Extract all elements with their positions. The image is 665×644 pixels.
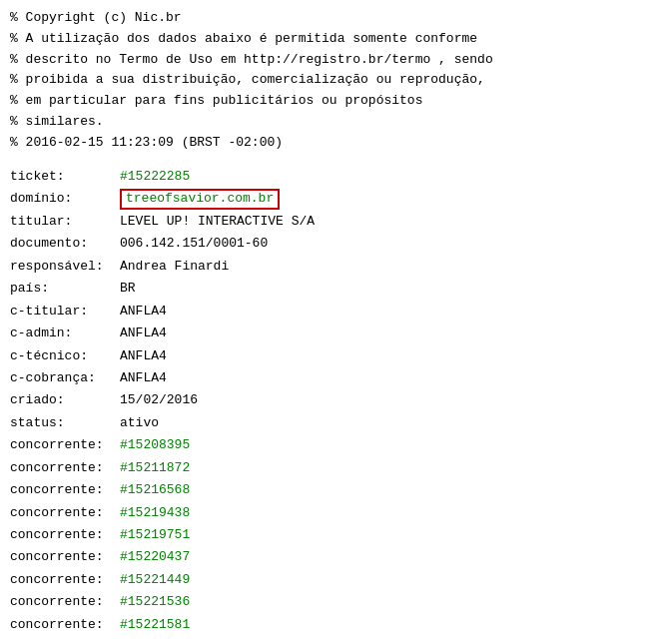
ctecnico-value: ANFLA4 xyxy=(120,345,167,366)
concorrente-label: concorrente: xyxy=(10,434,120,455)
concorrente-row: concorrente:#15221581 xyxy=(10,614,655,635)
ctitular-row: c-titular: ANFLA4 xyxy=(10,301,655,322)
concorrente-value: #15221536 xyxy=(120,591,190,612)
responsavel-row: responsável: Andrea Finardi xyxy=(10,256,655,277)
status-row: status: ativo xyxy=(10,412,655,433)
dominio-label: domínio: xyxy=(10,188,120,209)
data-section: ticket: #15222285 domínio: treeofsavior.… xyxy=(10,166,655,636)
pais-label: país: xyxy=(10,278,120,299)
titular-value: LEVEL UP! INTERACTIVE S/A xyxy=(120,211,315,232)
copyright-line: % descrito no Termo de Uso em http://reg… xyxy=(10,50,655,71)
concorrente-link[interactable]: #15211872 xyxy=(120,460,190,475)
concorrente-link[interactable]: #15219438 xyxy=(120,505,190,520)
cadmin-row: c-admin: ANFLA4 xyxy=(10,322,655,343)
copyright-line: % 2016-02-15 11:23:09 (BRST -02:00) xyxy=(10,133,655,154)
concorrente-label: concorrente: xyxy=(10,569,120,590)
concorrente-row: concorrente:#15208395 xyxy=(10,434,655,455)
copyright-block: % Copyright (c) Nic.br% A utilização dos… xyxy=(10,8,655,154)
concorrente-link[interactable]: #15219751 xyxy=(120,527,190,542)
concorrente-link[interactable]: #15208395 xyxy=(120,437,190,452)
concorrente-row: concorrente:#15216568 xyxy=(10,479,655,500)
concorrente-value: #15208395 xyxy=(120,434,190,455)
concorrente-row: concorrente:#15219751 xyxy=(10,524,655,545)
ctitular-label: c-titular: xyxy=(10,301,120,322)
criado-row: criado: 15/02/2016 xyxy=(10,389,655,410)
cadmin-label: c-admin: xyxy=(10,322,120,343)
concorrente-value: #15220437 xyxy=(120,546,190,567)
status-label: status: xyxy=(10,412,120,433)
dominio-value: treeofsavior.com.br xyxy=(120,188,280,210)
responsavel-label: responsável: xyxy=(10,256,120,277)
cadmin-value: ANFLA4 xyxy=(120,322,167,343)
concorrente-value: #15221449 xyxy=(120,569,190,590)
dominio-row: domínio: treeofsavior.com.br xyxy=(10,188,655,210)
ctitular-value: ANFLA4 xyxy=(120,301,167,322)
copyright-line: % proibida a sua distribuição, comercial… xyxy=(10,70,655,91)
concorrente-label: concorrente: xyxy=(10,591,120,612)
concorrente-row: concorrente:#15219438 xyxy=(10,502,655,523)
criado-label: criado: xyxy=(10,389,120,410)
concorrente-row: concorrente:#15221449 xyxy=(10,569,655,590)
concorrente-link[interactable]: #15221581 xyxy=(120,617,190,632)
concorrente-value: #15221581 xyxy=(120,614,190,635)
titular-row: titular: LEVEL UP! INTERACTIVE S/A xyxy=(10,211,655,232)
concorrente-label: concorrente: xyxy=(10,457,120,478)
pais-row: país: BR xyxy=(10,278,655,299)
ccobranca-label: c-cobrança: xyxy=(10,367,120,388)
copyright-line: % similares. xyxy=(10,112,655,133)
copyright-line: % Copyright (c) Nic.br xyxy=(10,8,655,29)
titular-label: titular: xyxy=(10,211,120,232)
ticket-label: ticket: xyxy=(10,166,120,187)
concorrente-row: concorrente:#15211872 xyxy=(10,457,655,478)
concorrente-label: concorrente: xyxy=(10,614,120,635)
documento-value: 006.142.151/0001-60 xyxy=(120,233,268,254)
documento-label: documento: xyxy=(10,233,120,254)
ticket-value: #15222285 xyxy=(120,166,190,187)
status-value: ativo xyxy=(120,412,159,433)
concorrente-value: #15219438 xyxy=(120,502,190,523)
ctecnico-label: c-técnico: xyxy=(10,345,120,366)
copyright-line: % A utilização dos dados abaixo é permit… xyxy=(10,29,655,50)
concorrente-row: concorrente:#15221536 xyxy=(10,591,655,612)
concorrente-value: #15219751 xyxy=(120,524,190,545)
pais-value: BR xyxy=(120,278,136,299)
concorrente-label: concorrente: xyxy=(10,524,120,545)
ctecnico-row: c-técnico: ANFLA4 xyxy=(10,345,655,366)
concorrente-link[interactable]: #15221449 xyxy=(120,572,190,587)
concorrente-label: concorrente: xyxy=(10,479,120,500)
ccobranca-row: c-cobrança: ANFLA4 xyxy=(10,367,655,388)
concorrente-value: #15216568 xyxy=(120,479,190,500)
documento-row: documento: 006.142.151/0001-60 xyxy=(10,233,655,254)
concorrente-label: concorrente: xyxy=(10,546,120,567)
ccobranca-value: ANFLA4 xyxy=(120,367,167,388)
concorrente-row: concorrente:#15220437 xyxy=(10,546,655,567)
criado-value: 15/02/2016 xyxy=(120,389,198,410)
concorrente-value: #15211872 xyxy=(120,457,190,478)
responsavel-value: Andrea Finardi xyxy=(120,256,229,277)
concorrente-link[interactable]: #15221536 xyxy=(120,594,190,609)
concorrente-link[interactable]: #15220437 xyxy=(120,549,190,564)
concorrentes-list: concorrente:#15208395concorrente:#152118… xyxy=(10,434,655,635)
ticket-row: ticket: #15222285 xyxy=(10,166,655,187)
concorrente-link[interactable]: #15216568 xyxy=(120,482,190,497)
copyright-line: % em particular para fins publicitários … xyxy=(10,91,655,112)
concorrente-label: concorrente: xyxy=(10,502,120,523)
